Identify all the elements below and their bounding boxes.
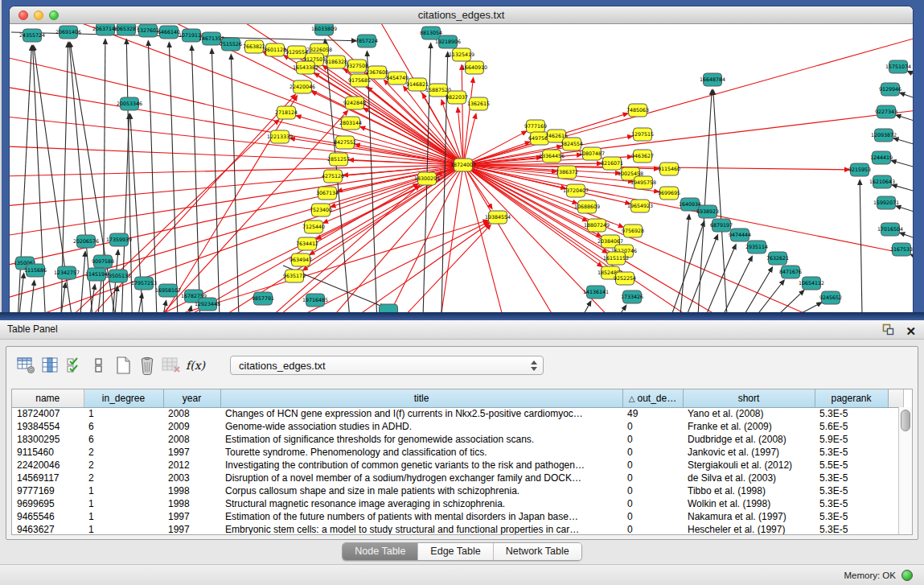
network-node[interactable]: 11325419 (449, 48, 474, 61)
network-node[interactable]: 2935114 (745, 241, 768, 253)
cell-year[interactable]: 1997 (163, 446, 220, 459)
cell-year[interactable]: 1997 (163, 510, 220, 523)
cell-title[interactable]: Corpus callosum shape and size in male p… (220, 484, 622, 497)
network-node[interactable]: 12093872 (871, 129, 897, 142)
cell-title[interactable]: Changes of HCN gene expression and I(f) … (220, 407, 622, 420)
cell-out_degree[interactable]: 0 (622, 472, 683, 484)
network-node[interactable]: 7523400 (310, 204, 332, 216)
network-node[interactable]: 19384554 (485, 211, 511, 224)
table-row[interactable]: 946362711997Embryonic stem cells: a mode… (12, 523, 903, 535)
network-node[interactable]: 10654112 (799, 277, 824, 290)
cell-year[interactable]: 1997 (163, 523, 220, 535)
network-node[interactable]: 17957253 (131, 277, 157, 290)
table-selector-dropdown[interactable]: citations_edges.txt (230, 356, 544, 375)
cell-pagerank[interactable]: 5.3E-5 (815, 484, 888, 497)
network-node[interactable]: 20053346 (117, 97, 142, 110)
cell-out_degree[interactable]: 0 (622, 420, 683, 433)
cell-pagerank[interactable]: 5.3E-5 (815, 446, 888, 459)
cell-name[interactable]: 9463627 (12, 523, 84, 535)
cell-short[interactable]: Nakamura et al. (1997) (683, 510, 815, 523)
cell-year[interactable]: 2008 (163, 433, 220, 446)
cell-year[interactable]: 1998 (163, 497, 220, 510)
cell-name[interactable]: 9777169 (12, 484, 84, 497)
network-node[interactable]: 15992071 (873, 196, 899, 209)
network-node[interactable]: 10653287 (113, 24, 139, 35)
cell-in_degree[interactable]: 1 (84, 510, 163, 523)
cell-out_degree[interactable]: 0 (622, 459, 683, 472)
network-node[interactable]: 19654923 (627, 200, 653, 212)
cell-title[interactable]: Genome-wide association studies in ADHD. (220, 420, 622, 433)
table-scrollbar-thumb[interactable] (901, 410, 910, 431)
cell-pagerank[interactable]: 5.3E-5 (815, 523, 888, 535)
cell-out_degree[interactable]: 0 (622, 510, 683, 523)
network-node[interactable]: 13505135 (105, 270, 131, 282)
function-builder-icon[interactable]: f(x) (183, 354, 207, 377)
show-columns-icon[interactable] (39, 354, 63, 377)
network-node[interactable]: 1115686 (24, 264, 47, 277)
network-node[interactable]: 20206576 (73, 235, 99, 248)
column-header-out_degree[interactable]: △out_de… (622, 389, 683, 407)
network-node[interactable]: 9097588 (92, 255, 114, 268)
cell-title[interactable]: Structural magnetic resonance image aver… (220, 497, 622, 510)
network-node[interactable]: 16210643 (869, 175, 895, 188)
network-node[interactable]: 9129946 (879, 83, 901, 96)
cell-name[interactable]: 18724007 (12, 407, 84, 420)
cell-year[interactable]: 2012 (163, 459, 220, 472)
cell-title[interactable]: Investigating the contribution of common… (220, 459, 622, 472)
network-node[interactable]: 2718124 (275, 106, 298, 119)
network-node[interactable]: 8216071 (601, 157, 623, 170)
network-node[interactable]: 15751074 (885, 60, 911, 73)
cell-name[interactable]: 14569117 (12, 472, 84, 484)
network-node[interactable]: 7515526 (220, 38, 242, 51)
network-node[interactable]: 1297515 (631, 128, 654, 141)
network-node[interactable]: 18300295 (414, 172, 440, 185)
network-node[interactable]: 6466140 (158, 26, 180, 39)
network-node[interactable]: 16543382 (293, 61, 318, 74)
cell-in_degree[interactable]: 1 (84, 523, 163, 535)
table-row[interactable]: 911546021997Tourette syndrome. Phenomeno… (12, 446, 903, 459)
tab-network-table[interactable]: Network Table (494, 543, 581, 560)
network-node[interactable] (380, 304, 398, 312)
network-node[interactable]: 9252254 (614, 272, 636, 285)
cell-year[interactable]: 2008 (163, 407, 220, 420)
cell-name[interactable]: 19384554 (12, 420, 84, 433)
select-all-icon[interactable] (63, 354, 87, 377)
network-window[interactable]: citations_edges.txt 18724007183002951938… (10, 6, 913, 312)
network-node[interactable]: 7663822 (243, 40, 265, 53)
network-node[interactable]: 8601128 (264, 43, 286, 56)
create-column-icon[interactable] (111, 354, 135, 377)
network-node[interactable]: 9635172 (283, 270, 306, 282)
cell-pagerank[interactable]: 5.6E-5 (815, 420, 888, 433)
network-node[interactable]: 9242848 (343, 97, 366, 109)
table-row[interactable]: 946554611997Estimation of the future num… (12, 510, 903, 523)
table-row[interactable]: 1872400712008Changes of HCN gene express… (12, 407, 903, 420)
cell-in_degree[interactable]: 2 (84, 472, 163, 484)
table-row[interactable]: 1938455462009Genome-wide association stu… (12, 420, 903, 433)
network-node[interactable]: 7857224 (355, 35, 378, 47)
network-node[interactable]: 12213339 (267, 130, 293, 143)
tab-node-table[interactable]: Node Table (343, 543, 418, 560)
network-node[interactable]: 2851257 (327, 153, 350, 166)
network-node[interactable]: 9699695 (658, 187, 680, 200)
network-node[interactable]: 4275126 (322, 170, 344, 183)
network-node[interactable]: 16640910 (462, 61, 487, 74)
cell-title[interactable]: Tourette syndrome. Phenomenology and cla… (220, 446, 622, 459)
network-node[interactable]: 12923448 (195, 298, 220, 311)
cell-short[interactable]: Tibbo et al. (1998) (683, 484, 815, 497)
close-panel-icon[interactable]: ✕ (906, 325, 916, 337)
network-node[interactable]: 6879197 (710, 219, 733, 232)
network-node[interactable]: 14136141 (583, 286, 609, 299)
cell-year[interactable]: 1998 (163, 484, 220, 497)
network-node[interactable]: 2803144 (339, 117, 362, 130)
network-node[interactable]: 1145194 (85, 268, 108, 281)
network-node[interactable]: 3824554 (561, 138, 583, 150)
network-node[interactable]: 19495758 (630, 176, 656, 189)
network-node[interactable]: 19716485 (302, 294, 328, 307)
column-header-title[interactable]: title (220, 389, 622, 407)
network-node[interactable]: 1327602 (137, 24, 159, 37)
network-node[interactable]: 9327508 (346, 60, 368, 72)
cell-short[interactable]: Yano et al. (2008) (683, 407, 815, 420)
network-node[interactable]: 1733426 (621, 290, 643, 303)
memory-status-indicator[interactable] (901, 570, 913, 581)
cell-name[interactable]: 9115460 (12, 446, 84, 459)
